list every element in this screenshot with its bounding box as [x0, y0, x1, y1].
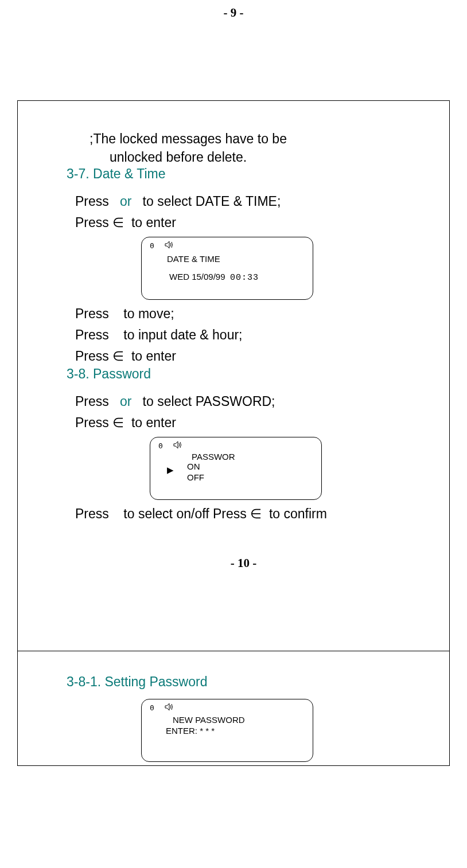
instr-37-select-tail: to select DATE & TIME; [143, 194, 281, 209]
or-word: or [120, 194, 131, 209]
press-word: Press [75, 506, 109, 521]
page-frame: ;The locked messages have to be unlocked… [17, 100, 450, 766]
speaker-icon [165, 241, 174, 251]
or-word: or [120, 394, 131, 409]
press-enter-b2: to enter [131, 349, 176, 363]
lcd-new-password-title: NEW PASSWORD [173, 715, 305, 725]
instr-37-move-tail: to move; [123, 306, 174, 321]
battery-icon: 0 [150, 703, 154, 712]
section-3-7-heading: 3-7. Date & Time [67, 166, 421, 182]
section-3-8-1-heading: 3-8-1. Setting Password [67, 674, 421, 690]
press-enter-a: Press ∈ [75, 215, 124, 230]
instr-38-confirm: Press to select on/off Press ∈ to confir… [75, 503, 421, 525]
press-word: Press [75, 394, 109, 409]
instr-37-input-tail: to input date & hour; [123, 327, 242, 342]
content-section: ;The locked messages have to be unlocked… [18, 130, 449, 570]
selection-arrow-icon: ▶ [167, 465, 174, 476]
press-enter-b3: to enter [131, 415, 176, 430]
instr-37-input: Press to input date & hour; [75, 324, 421, 346]
note-line-2: unlocked before delete. [110, 148, 421, 166]
lcd-datetime-value: WED 15/09/99 00:33 [169, 272, 305, 283]
instr-37-enter: Press ∈ to enter [75, 212, 421, 233]
press-word: Press [75, 306, 109, 321]
lcd-status-icons: 0 [150, 241, 305, 251]
lcd-screen-datetime: 0 DATE & TIME WED 15/09/99 00:33 [141, 237, 313, 300]
battery-icon: 0 [150, 241, 154, 250]
lcd-status-icons: 0 [158, 441, 313, 451]
instr-38-confirm-mid: to select on/off Press ∈ [123, 506, 262, 521]
speaker-icon [165, 703, 174, 713]
lcd-screen-new-password: 0 NEW PASSWORD ENTER: * * * [141, 699, 313, 762]
speaker-icon [173, 441, 182, 451]
battery-icon: 0 [158, 441, 163, 450]
section-3-8-heading: 3-8. Password [67, 366, 421, 382]
press-word: Press [75, 327, 109, 342]
content-section-2: 3-8-1. Setting Password 0 NEW PASSWORD E… [18, 651, 449, 762]
lcd-option-on: ON [187, 462, 313, 472]
instr-38-confirm-tail: to confirm [269, 506, 327, 521]
press-enter-a2: Press ∈ [75, 349, 124, 363]
press-word: Press [75, 194, 109, 209]
instr-38-select-tail: to select PASSWORD; [143, 394, 275, 409]
instr-37-enter2: Press ∈ to enter [75, 346, 421, 367]
lcd-time-part: 00:33 [230, 273, 259, 283]
instr-37-move: Press to move; [75, 303, 421, 324]
lcd-password-options: ▶ ON OFF [187, 462, 313, 483]
page-number-top: - 9 - [0, 0, 467, 26]
instr-37-select: Press or to select DATE & TIME; [75, 191, 421, 212]
lcd-option-off: OFF [187, 472, 313, 483]
lcd-enter-value: ENTER: * * * [166, 726, 305, 736]
lcd-datetime-title: DATE & TIME [167, 254, 305, 264]
lcd-status-icons: 0 [150, 703, 305, 713]
page-number-mid: - 10 - [67, 556, 421, 570]
lcd-screen-password: 0 PASSWOR ▶ ON OFF [150, 437, 322, 500]
instr-38-select: Press or to select PASSWORD; [75, 391, 421, 412]
press-enter-b: to enter [131, 215, 176, 230]
lcd-password-title: PASSWOR [192, 452, 313, 462]
note-line-1: ;The locked messages have to be [89, 130, 421, 148]
instr-38-enter: Press ∈ to enter [75, 412, 421, 433]
press-enter-a3: Press ∈ [75, 415, 124, 430]
lcd-date-part: WED 15/09/99 [169, 272, 225, 281]
